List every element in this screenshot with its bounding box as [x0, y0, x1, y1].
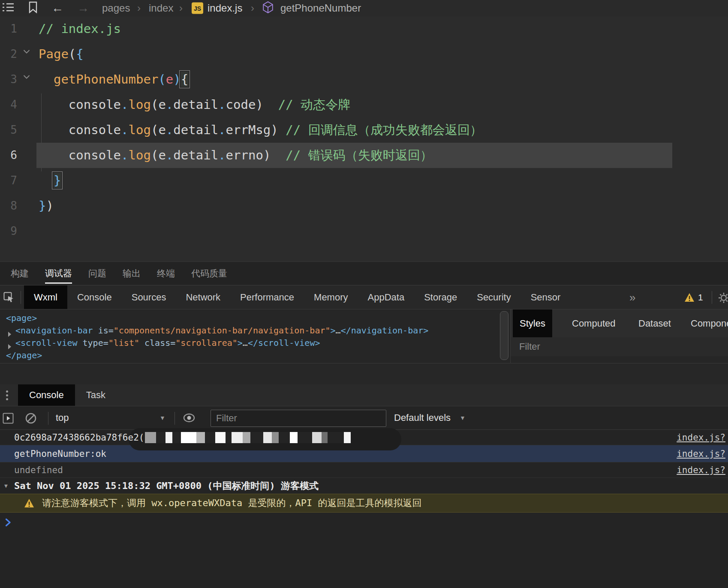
console-panel-tab-console[interactable]: Console [18, 384, 75, 406]
editor-line-1[interactable]: 1// index.js [0, 16, 728, 42]
settings-gear-icon[interactable] [718, 292, 728, 306]
styles-tabbar: StylesComputedDatasetComponent [511, 309, 728, 337]
log-levels-dropdown[interactable]: Default levels [394, 412, 451, 423]
wxml-node-text: </page> [6, 350, 42, 360]
ide-tab-4[interactable]: 输出 [123, 262, 141, 285]
divider [21, 291, 21, 304]
ide-tab-2[interactable]: 调试器 [45, 262, 72, 285]
source-link[interactable]: index.js? [677, 432, 725, 443]
devtools-panels: <page><navigation-bar is="components/nav… [0, 309, 728, 363]
inspect-element-icon[interactable] [3, 292, 15, 305]
breadcrumb-file[interactable]: index.js [208, 2, 242, 14]
code-text: Page({ [39, 42, 84, 67]
styles-tab-computed[interactable]: Computed [565, 309, 623, 337]
debugger-tab-console[interactable]: Console [67, 285, 122, 309]
prompt-chevron-icon [0, 518, 11, 527]
wxml-tree-node[interactable]: </page> [0, 349, 499, 362]
wxml-tree-node[interactable]: <scroll-view type="list" class="scrollar… [0, 337, 499, 349]
wxml-node-text: <navigation-bar is="components/navigatio… [15, 325, 428, 336]
editor-line-2[interactable]: 2Page({ [0, 42, 728, 67]
editor-line-3[interactable]: 3 getPhoneNumber(e){ [0, 67, 728, 92]
editor-line-5[interactable]: 5 console.log(e.detail.errMsg) // 回调信息（成… [0, 117, 728, 143]
wxml-tree-node[interactable]: <navigation-bar is="components/navigatio… [0, 324, 499, 337]
wxml-tree-node[interactable]: <page> [0, 312, 499, 324]
debugger-tab-security[interactable]: Security [467, 285, 520, 309]
debugger-tab-storage[interactable]: Storage [414, 285, 467, 309]
styles-filter-row [511, 337, 728, 356]
line-number: 6 [0, 143, 17, 168]
kebab-menu-icon[interactable] [6, 390, 8, 393]
ide-tab-1[interactable]: 构建 [11, 262, 29, 285]
debugger-tab-network[interactable]: Network [176, 285, 230, 309]
console-log-row[interactable]: undefinedindex.js? [0, 462, 728, 478]
styles-tab-dataset[interactable]: Dataset [632, 309, 678, 337]
more-tabs-chevron-icon[interactable]: » [629, 291, 635, 304]
wxml-statusbar [0, 363, 728, 384]
source-link[interactable]: index.js? [677, 449, 725, 459]
scrollbar-thumb[interactable] [500, 311, 508, 360]
warning-triangle-icon [684, 293, 695, 302]
divider [712, 291, 712, 304]
context-selector[interactable]: top [56, 412, 69, 423]
debugger-tab-sensor[interactable]: Sensor [521, 285, 571, 309]
styles-tab-component[interactable]: Component [684, 309, 728, 337]
warning-counter[interactable]: 1 [684, 292, 703, 303]
ide-panel-tabs: 构建调试器问题输出终端代码质量 [0, 261, 728, 285]
console-panel-tab-task[interactable]: Task [75, 384, 117, 406]
live-expression-eye-icon[interactable] [183, 413, 196, 425]
wxml-scrollbar[interactable] [499, 309, 510, 363]
console-group-row[interactable]: ▼Sat Nov 01 2025 15:18:32 GMT+0800 (中国标准… [0, 478, 728, 494]
console-filter-input[interactable] [211, 410, 386, 426]
editor-line-6[interactable]: 6 console.log(e.detail.errno) // 错误码（失败时… [0, 143, 728, 168]
source-link[interactable]: index.js? [677, 465, 725, 475]
editor-line-9[interactable]: 9 [0, 219, 728, 244]
divider [48, 412, 48, 425]
code-text: }) [39, 193, 54, 219]
console-warning-row[interactable]: 请注意游客模式下，调用 wx.operateWXData 是受限的，API 的返… [0, 494, 728, 513]
debugger-tab-performance[interactable]: Performance [230, 285, 304, 309]
wxml-node-text: <scroll-view type="list" class="scrollar… [15, 338, 320, 348]
editor-line-4[interactable]: 4 console.log(e.detail.code) // 动态令牌 [0, 92, 728, 117]
code-text: console.log(e.detail.code) // 动态令牌 [39, 92, 350, 117]
code-text: console.log(e.detail.errMsg) // 回调信息（成功失… [39, 117, 482, 143]
console-prompt[interactable] [0, 513, 728, 532]
styles-filter-input[interactable] [519, 340, 716, 354]
wxml-tree-panel[interactable]: <page><navigation-bar is="components/nav… [0, 309, 499, 363]
fold-chevron-icon[interactable] [23, 48, 30, 55]
line-number: 3 [0, 67, 17, 92]
debugger-tab-wxml[interactable]: Wxml [24, 285, 67, 309]
breadcrumb-symbol[interactable]: getPhoneNumber [280, 2, 361, 14]
forward-arrow-icon[interactable]: → [77, 1, 89, 15]
breadcrumb-bar: ← → pages › index › JS index.js › getPho… [0, 0, 728, 16]
log-message: getPhoneNumber:ok [14, 449, 106, 459]
collapse-triangle-icon[interactable]: ▼ [4, 483, 8, 489]
editor-line-7[interactable]: 7 } [0, 168, 728, 193]
code-text: getPhoneNumber(e){ [39, 67, 188, 92]
line-number: 7 [0, 168, 17, 193]
breadcrumb-folder[interactable]: pages [102, 2, 130, 14]
bookmark-icon[interactable] [28, 1, 38, 15]
console-log-row[interactable]: 0c2698a72438662ba78f6e2(index.js? [0, 430, 728, 445]
back-arrow-icon[interactable]: ← [51, 1, 63, 15]
code-text: // index.js [39, 16, 121, 42]
debugger-tab-appdata[interactable]: AppData [358, 285, 415, 309]
log-message: undefined [14, 465, 63, 475]
breadcrumb-folder[interactable]: index [149, 2, 173, 14]
styles-tab-styles[interactable]: Styles [513, 309, 552, 337]
warning-message: 请注意游客模式下，调用 wx.operateWXData 是受限的，API 的返… [42, 497, 421, 510]
clear-console-icon[interactable] [25, 412, 37, 426]
ide-tab-6[interactable]: 代码质量 [191, 262, 227, 285]
context-caret-icon[interactable]: ▼ [159, 414, 165, 421]
outline-list-icon[interactable] [2, 2, 15, 15]
debugger-tab-sources[interactable]: Sources [122, 285, 176, 309]
console-toolbar: top ▼ Default levels ▼ [0, 406, 728, 430]
editor-line-8[interactable]: 8}) [0, 193, 728, 219]
ide-tab-3[interactable]: 问题 [88, 262, 106, 285]
line-number: 9 [0, 219, 17, 244]
ide-tab-5[interactable]: 终端 [157, 262, 175, 285]
console-sidebar-toggle-icon[interactable] [3, 413, 14, 426]
debugger-tab-memory[interactable]: Memory [304, 285, 358, 309]
code-editor[interactable]: 1// index.js2Page({3 getPhoneNumber(e){4… [0, 16, 728, 261]
fold-chevron-icon[interactable] [23, 73, 30, 81]
log-levels-caret-icon[interactable]: ▼ [460, 414, 466, 421]
